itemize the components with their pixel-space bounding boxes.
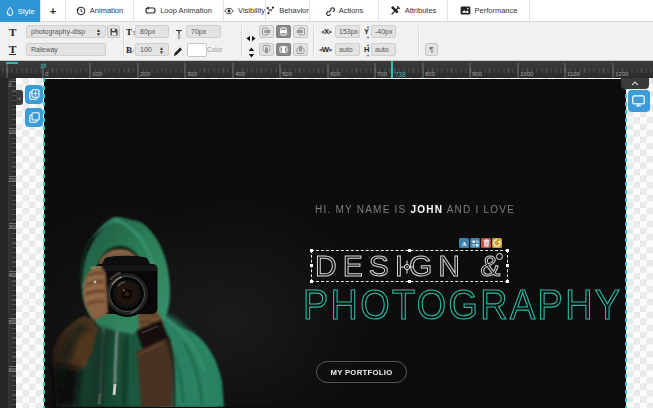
svg-text:PHOTOGRAPHY: PHOTOGRAPHY [303, 282, 622, 328]
